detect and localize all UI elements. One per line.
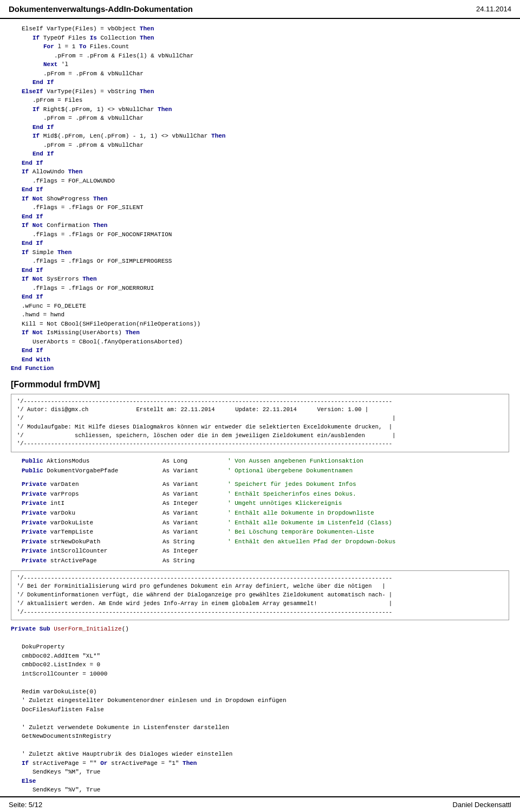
page-header: Dokumentenverwaltungs-AddIn-Dokumentatio… <box>0 0 520 19</box>
code-block-initialize: Private Sub UserForm_Initialize() DokuPr… <box>11 625 509 812</box>
section-title-formmodul: [Formmodul frmDVM] <box>11 380 509 389</box>
var-row-intscrollcounter: Private intScrollCounter As Integer <box>22 547 509 556</box>
document-title: Dokumentenverwaltungs-AddIn-Dokumentatio… <box>9 4 193 14</box>
var-row-vardokuliste: Private varDokuListe As Variant ' Enthäl… <box>22 518 509 528</box>
code-block-top: ElseIf VarType(Files) = vbObject Then If… <box>11 24 509 373</box>
var-row-inti: Private intI As Integer ' Umgeht unnötig… <box>22 499 509 509</box>
document-date: 24.11.2014 <box>476 5 511 13</box>
var-row-dokumentvorgabepfade: Public DokumentVorgabePfade As Variant '… <box>22 466 509 476</box>
page-number: Seite: 5/12 <box>9 801 42 809</box>
var-row-aktionsmodus: Public AktionsModus As Long ' Von Aussen… <box>22 457 509 466</box>
var-row-strnewdokupath: Private strNewDokuPath As String ' Enthä… <box>22 537 509 547</box>
comment-block-1: '/--------------------------------------… <box>11 394 509 453</box>
var-row-vartempliste: Private varTempListe As Variant ' Bei Lö… <box>22 528 509 537</box>
author-name: Daniel Deckensattl <box>453 801 511 809</box>
var-row-vardaten: Private varDaten As Variant ' Speichert … <box>22 480 509 490</box>
page-footer: Seite: 5/12 Daniel Deckensattl <box>0 796 520 812</box>
var-row-varprops: Private varProps As Variant ' Enthält Sp… <box>22 490 509 499</box>
comment-block-2: '/--------------------------------------… <box>11 570 509 621</box>
variable-declarations: Public AktionsModus As Long ' Von Aussen… <box>22 457 509 566</box>
var-row-stractivepage: Private strActivePage As String <box>22 556 509 566</box>
var-row-vardoku: Private varDoku As Variant ' Enthält all… <box>22 509 509 518</box>
main-content: ElseIf VarType(Files) = vbObject Then If… <box>0 19 520 812</box>
